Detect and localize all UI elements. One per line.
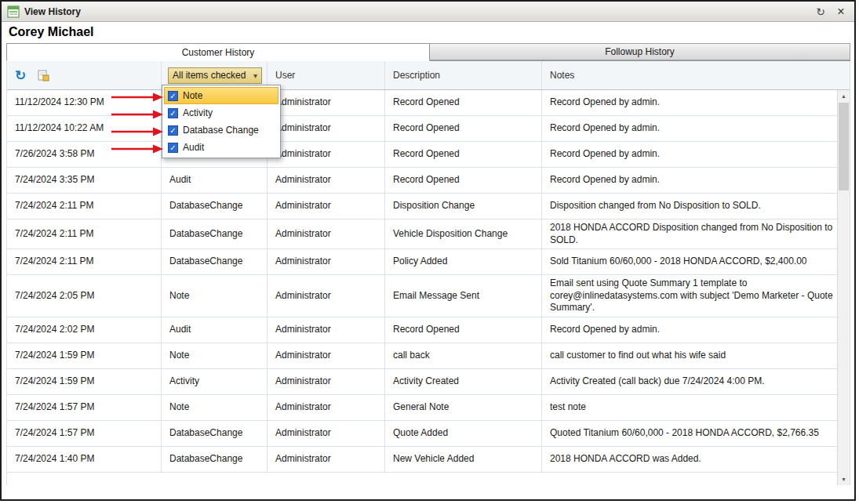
table-row[interactable]: 7/24/2024 1:57 PM DatabaseChange Adminis… (7, 421, 850, 447)
cell-type: DatabaseChange (162, 219, 268, 248)
cell-user: Administrator (268, 395, 385, 420)
cell-user: Administrator (268, 168, 385, 193)
table-row[interactable]: 7/24/2024 2:11 PM DatabaseChange Adminis… (7, 194, 850, 219)
cell-description: Record Opened (385, 168, 542, 193)
table-row[interactable]: 11/12/2024 12:30 PM Administrator Record… (7, 90, 850, 116)
table-row[interactable]: 7/24/2024 2:11 PM DatabaseChange Adminis… (7, 219, 850, 249)
tab-followup-history[interactable]: Followup History (430, 43, 850, 60)
cell-date: 7/24/2024 2:02 PM (7, 317, 162, 343)
table-row[interactable]: 7/24/2024 2:11 PM DatabaseChange Adminis… (7, 249, 850, 275)
checkbox-checked-icon[interactable]: ✓ (168, 143, 178, 153)
view-history-icon (7, 5, 20, 18)
history-table-body: 11/12/2024 12:30 PM Administrator Record… (7, 90, 850, 485)
table-row[interactable]: 7/24/2024 2:02 PM Audit Administrator Re… (7, 317, 850, 343)
cell-date: 7/24/2024 1:59 PM (7, 343, 162, 368)
cell-type: DatabaseChange (162, 447, 268, 472)
scroll-up-icon[interactable]: ▲ (838, 90, 850, 102)
header-user: User (268, 61, 385, 89)
refresh-icon[interactable]: ↻ (15, 69, 26, 82)
filter-option[interactable]: ✓ Activity (164, 104, 278, 121)
cell-type: Audit (162, 168, 268, 193)
cell-date: 7/24/2024 2:11 PM (7, 219, 162, 248)
export-icon[interactable] (38, 70, 49, 82)
cell-notes: Sold Titanium 60/60,000 - 2018 HONDA ACC… (542, 249, 850, 274)
cell-description: call back (385, 343, 542, 368)
cell-user: Administrator (268, 447, 385, 472)
table-row[interactable]: 7/24/2024 1:59 PM Note Administrator cal… (7, 343, 850, 369)
cell-date: 7/24/2024 1:57 PM (7, 421, 162, 446)
checkbox-checked-icon[interactable]: ✓ (168, 91, 178, 101)
cell-user: Administrator (268, 275, 385, 317)
cell-notes: Disposition changed from No Disposition … (542, 194, 850, 219)
header-tools: ↻ (7, 61, 162, 89)
cell-date: 7/24/2024 1:59 PM (7, 369, 162, 394)
content-area: Customer History Followup History ↻ (6, 43, 850, 485)
table-row[interactable]: 7/24/2024 2:05 PM Note Administrator Ema… (7, 275, 850, 317)
cell-type: Note (162, 343, 268, 368)
cell-date: 7/26/2024 3:58 PM (7, 142, 162, 167)
cell-notes: Record Opened by admin. (542, 317, 850, 343)
table-row[interactable]: 11/12/2024 10:22 AM Administrator Record… (7, 116, 850, 142)
cell-notes: Activity Created (call back) due 7/24/20… (542, 369, 850, 394)
cell-user: Administrator (268, 317, 385, 343)
cell-description: Record Opened (385, 90, 542, 115)
filter-dropdown-label: All items checked (173, 70, 246, 81)
cell-notes: Record Opened by admin. (542, 168, 850, 193)
cell-type: DatabaseChange (162, 421, 268, 446)
cell-notes: Quoted Titanium 60/60,000 - 2018 HONDA A… (542, 421, 850, 446)
cell-date: 7/24/2024 1:57 PM (7, 395, 162, 420)
tab-customer-history[interactable]: Customer History (6, 43, 430, 61)
cell-type: Note (162, 395, 268, 420)
customer-name: Corey Michael (2, 22, 854, 43)
cell-user: Administrator (268, 369, 385, 394)
cell-date: 11/12/2024 10:22 AM (7, 116, 162, 141)
cell-user: Administrator (268, 249, 385, 274)
cell-description: Email Message Sent (385, 275, 542, 317)
vertical-scrollbar[interactable]: ▲ ▼ (837, 90, 850, 485)
cell-notes: test note (542, 395, 850, 420)
cell-notes: 2018 HONDA ACCORD was Added. (542, 447, 850, 472)
table-row[interactable]: 7/24/2024 1:59 PM Activity Administrator… (7, 369, 850, 395)
filter-option-label: Audit (183, 142, 204, 153)
cell-date: 7/24/2024 2:05 PM (7, 275, 162, 317)
table-row[interactable]: 7/26/2024 3:58 PM Audit Administrator Re… (7, 142, 850, 168)
filter-option-label: Activity (183, 107, 213, 118)
cell-description: Policy Added (385, 249, 542, 274)
cell-type: DatabaseChange (162, 249, 268, 274)
view-history-window: View History ↻ × Corey Michael Customer … (0, 0, 856, 501)
cell-notes: Email sent using Quote Summary 1 templat… (542, 275, 850, 317)
cell-notes: call customer to find out what his wife … (542, 343, 850, 368)
filter-option-label: Note (183, 90, 202, 101)
checkbox-checked-icon[interactable]: ✓ (168, 108, 178, 118)
filter-dropdown-button[interactable]: All items checked ▾ (168, 67, 262, 84)
scroll-down-icon[interactable]: ▼ (838, 473, 850, 485)
cell-description: New Vehicle Added (385, 447, 542, 472)
table-row[interactable]: 7/24/2024 1:40 PM DatabaseChange Adminis… (7, 447, 850, 473)
window-title: View History (24, 6, 81, 17)
scrollbar-thumb[interactable] (839, 103, 849, 190)
table-header: ↻ All items checked ▾ (7, 61, 850, 90)
table-row[interactable]: 7/24/2024 3:35 PM Audit Administrator Re… (7, 168, 850, 194)
filter-option-label: Database Change (183, 125, 259, 136)
cell-date: 11/12/2024 12:30 PM (7, 90, 162, 115)
cell-description: Record Opened (385, 116, 542, 141)
checkbox-checked-icon[interactable]: ✓ (168, 125, 178, 136)
cell-user: Administrator (268, 219, 385, 248)
filter-option[interactable]: ✓ Database Change (164, 121, 278, 139)
cell-description: Vehicle Disposition Change (385, 219, 542, 248)
cell-user: Administrator (268, 142, 385, 167)
header-notes: Notes (542, 61, 850, 89)
table-row[interactable]: 7/24/2024 1:57 PM Note Administrator Gen… (7, 395, 850, 421)
close-icon[interactable]: × (833, 5, 849, 19)
window-refresh-icon[interactable]: ↻ (813, 5, 828, 18)
filter-option[interactable]: ✓ Audit (164, 139, 278, 156)
cell-description: Record Opened (385, 317, 542, 343)
cell-user: Administrator (268, 194, 385, 219)
cell-notes: 2018 HONDA ACCORD Disposition changed fr… (542, 219, 850, 248)
filter-dropdown-panel: ✓ Note ✓ Activity ✓ Database Change ✓ Au… (162, 85, 281, 158)
cell-user: Administrator (268, 421, 385, 446)
cell-type: Note (162, 275, 268, 317)
filter-option[interactable]: ✓ Note (164, 87, 278, 104)
cell-date: 7/24/2024 2:11 PM (7, 249, 162, 274)
cell-user: Administrator (268, 90, 385, 115)
